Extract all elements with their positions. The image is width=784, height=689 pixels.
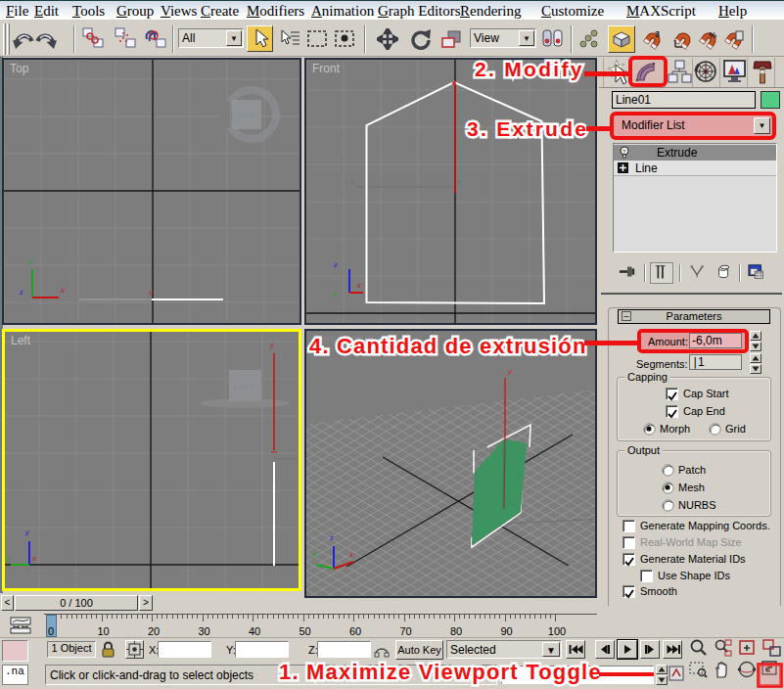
svg-text:Perspective: Perspective: [312, 333, 374, 346]
svg-text:%: %: [709, 30, 716, 40]
svg-text:Left: Left: [11, 334, 31, 347]
svg-text:x: x: [348, 549, 353, 559]
svg-text:y: y: [269, 340, 274, 349]
svg-text:x: x: [356, 280, 361, 290]
svg-text:x: x: [60, 285, 65, 295]
svg-text:x: x: [31, 553, 36, 563]
svg-text:y: y: [311, 549, 316, 559]
svg-text:z: z: [19, 287, 23, 297]
svg-text:z: z: [24, 528, 29, 537]
svg-text:3: 3: [655, 29, 660, 39]
svg-text:y: y: [332, 288, 337, 298]
svg-text:y: y: [5, 552, 10, 562]
svg-text:y: y: [507, 366, 512, 376]
svg-text:y: y: [148, 287, 153, 297]
svg-text:x: x: [456, 176, 461, 186]
svg-text:Front: Front: [312, 62, 341, 75]
svg-text:z: z: [349, 176, 354, 186]
svg-text:LEFT: LEFT: [235, 383, 254, 391]
svg-text:z: z: [333, 259, 338, 269]
svg-text:y: y: [27, 255, 32, 265]
svg-text:z: z: [329, 532, 334, 542]
svg-text:Top: Top: [10, 62, 29, 75]
svg-text:TOP: TOP: [239, 112, 254, 120]
svg-text:x: x: [587, 515, 592, 525]
